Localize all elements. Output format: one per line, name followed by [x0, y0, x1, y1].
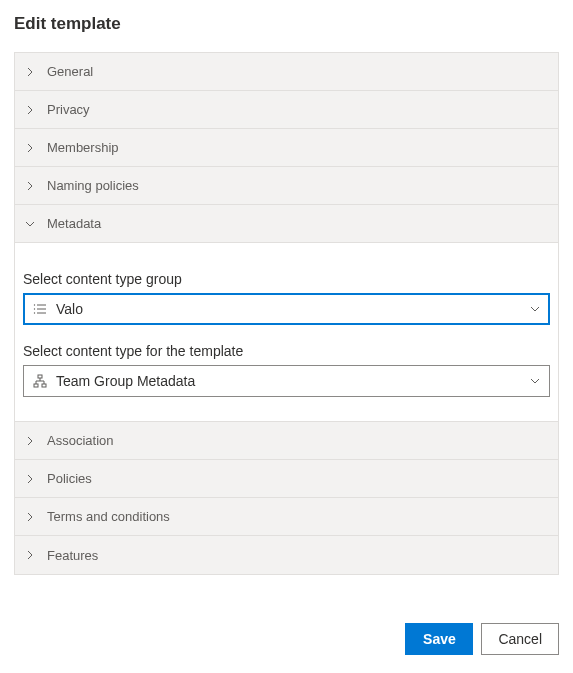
section-label: Naming policies [47, 178, 139, 193]
section-label: Terms and conditions [47, 509, 170, 524]
section-label: Features [47, 548, 98, 563]
section-privacy[interactable]: Privacy [15, 91, 558, 129]
list-icon [32, 301, 48, 317]
svg-rect-6 [38, 375, 42, 378]
chevron-right-icon [23, 434, 37, 448]
section-label: General [47, 64, 93, 79]
section-label: Metadata [47, 216, 101, 231]
chevron-right-icon [23, 141, 37, 155]
section-general[interactable]: General [15, 53, 558, 91]
section-association[interactable]: Association [15, 422, 558, 460]
chevron-right-icon [23, 179, 37, 193]
hierarchy-icon [32, 373, 48, 389]
cancel-button[interactable]: Cancel [481, 623, 559, 655]
section-policies[interactable]: Policies [15, 460, 558, 498]
chevron-right-icon [23, 65, 37, 79]
svg-rect-7 [34, 384, 38, 387]
section-metadata[interactable]: Metadata [15, 205, 558, 243]
svg-rect-8 [42, 384, 46, 387]
section-label: Association [47, 433, 113, 448]
section-label: Privacy [47, 102, 90, 117]
accordion-top: General Privacy Membership Naming polici… [14, 52, 559, 575]
chevron-right-icon [23, 548, 37, 562]
chevron-right-icon [23, 510, 37, 524]
chevron-down-icon [529, 303, 541, 315]
content-type-label: Select content type for the template [23, 343, 550, 359]
svg-point-5 [34, 312, 35, 313]
content-type-field: Select content type for the template Tea… [23, 343, 550, 397]
content-type-group-field: Select content type group Valo [23, 271, 550, 325]
svg-point-3 [34, 304, 35, 305]
metadata-panel: Select content type group Valo [15, 243, 558, 422]
page-title: Edit template [14, 14, 559, 34]
section-label: Membership [47, 140, 119, 155]
content-type-group-label: Select content type group [23, 271, 550, 287]
section-label: Policies [47, 471, 92, 486]
section-terms[interactable]: Terms and conditions [15, 498, 558, 536]
section-features[interactable]: Features [15, 536, 558, 574]
section-naming-policies[interactable]: Naming policies [15, 167, 558, 205]
section-membership[interactable]: Membership [15, 129, 558, 167]
chevron-right-icon [23, 472, 37, 486]
content-type-group-value: Valo [56, 301, 529, 317]
svg-point-4 [34, 308, 35, 309]
chevron-right-icon [23, 103, 37, 117]
footer-actions: Save Cancel [405, 623, 559, 655]
content-type-group-select[interactable]: Valo [23, 293, 550, 325]
save-button[interactable]: Save [405, 623, 473, 655]
chevron-down-icon [529, 375, 541, 387]
content-type-select[interactable]: Team Group Metadata [23, 365, 550, 397]
content-type-value: Team Group Metadata [56, 373, 529, 389]
chevron-down-icon [23, 217, 37, 231]
